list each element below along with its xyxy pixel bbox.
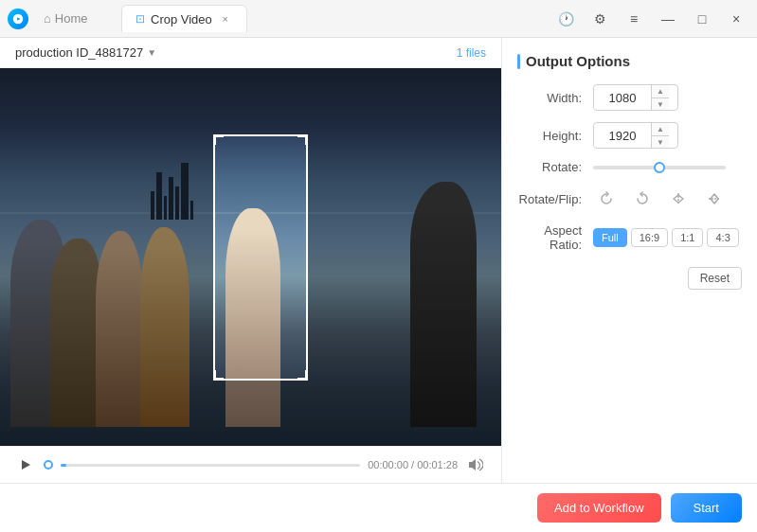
video-area bbox=[0, 68, 501, 446]
person-figure-5 bbox=[225, 208, 280, 427]
ar-11-btn[interactable]: 1:1 bbox=[672, 228, 703, 247]
left-panel: production ID_4881727 ▼ 1 files bbox=[0, 38, 502, 483]
progress-track[interactable] bbox=[61, 464, 360, 467]
play-button[interactable] bbox=[15, 454, 36, 475]
reset-row: Reset bbox=[517, 267, 742, 290]
video-header: production ID_4881727 ▼ 1 files bbox=[0, 38, 501, 68]
height-increment-btn[interactable]: ▲ bbox=[652, 123, 669, 135]
action-bar: Add to Workflow Start bbox=[0, 483, 757, 532]
production-id-text: production ID_4881727 bbox=[15, 45, 143, 60]
aspect-ratio-row: Aspect Ratio: Full 16:9 1:1 4:3 bbox=[517, 223, 742, 252]
production-id-selector[interactable]: production ID_4881727 ▼ bbox=[15, 45, 156, 60]
rotate-flip-icons bbox=[593, 186, 728, 212]
active-tab-label: Crop Video bbox=[151, 12, 212, 27]
person-figure-3 bbox=[96, 231, 143, 427]
width-spinners: ▲ ▼ bbox=[651, 85, 669, 110]
output-options-label: Output Options bbox=[526, 53, 630, 69]
dropdown-arrow-icon: ▼ bbox=[147, 47, 156, 58]
rotate-row: Rotate: bbox=[517, 160, 742, 174]
maximize-btn[interactable]: □ bbox=[689, 6, 715, 32]
tab-home[interactable]: ⌂ Home bbox=[32, 8, 99, 29]
home-icon: ⌂ bbox=[44, 11, 51, 26]
person-figure-4 bbox=[140, 227, 189, 427]
tab-crop-video[interactable]: ⊡ Crop Video × bbox=[121, 5, 247, 32]
menu-btn[interactable]: ≡ bbox=[621, 6, 647, 32]
height-label: Height: bbox=[517, 129, 593, 143]
add-to-workflow-button[interactable]: Add to Workflow bbox=[537, 493, 660, 523]
width-input[interactable] bbox=[594, 87, 651, 109]
window-close-btn[interactable]: × bbox=[723, 6, 749, 32]
rotate-thumb[interactable] bbox=[654, 162, 665, 173]
rotate-ccw-btn[interactable] bbox=[629, 186, 656, 212]
person-figure-6 bbox=[410, 182, 477, 427]
crop-icon: ⊡ bbox=[135, 12, 145, 26]
tab-close-btn[interactable]: × bbox=[218, 11, 233, 27]
ar-169-btn[interactable]: 16:9 bbox=[631, 228, 668, 247]
progress-dot bbox=[44, 460, 53, 470]
title-bar: ⌂ Home ⊡ Crop Video × 🕐 ⚙ ≡ — □ × bbox=[0, 0, 757, 38]
title-bar-controls: 🕐 ⚙ ≡ — □ × bbox=[552, 6, 749, 32]
files-count: 1 files bbox=[457, 46, 486, 60]
flip-horizontal-btn[interactable] bbox=[665, 186, 692, 212]
rotate-flip-label: Rotate/Flip: bbox=[517, 192, 593, 206]
title-bar-left: ⌂ Home bbox=[8, 8, 121, 29]
home-tab-label: Home bbox=[55, 11, 88, 26]
rotate-slider[interactable] bbox=[593, 166, 726, 169]
history-btn[interactable]: 🕐 bbox=[552, 6, 579, 32]
height-decrement-btn[interactable]: ▼ bbox=[652, 135, 669, 148]
start-button[interactable]: Start bbox=[671, 493, 742, 523]
flip-vertical-btn[interactable] bbox=[701, 186, 728, 212]
width-increment-btn[interactable]: ▲ bbox=[652, 85, 669, 98]
right-panel: Output Options Width: ▲ ▼ Height: ▲ ▼ bbox=[502, 38, 757, 483]
width-label: Width: bbox=[517, 91, 593, 105]
aspect-ratio-label: Aspect Ratio: bbox=[517, 223, 593, 252]
output-options-title: Output Options bbox=[517, 53, 742, 69]
width-row: Width: ▲ ▼ bbox=[517, 84, 742, 111]
ar-43-btn[interactable]: 4:3 bbox=[707, 228, 738, 247]
height-row: Height: ▲ ▼ bbox=[517, 122, 742, 149]
settings-btn[interactable]: ⚙ bbox=[586, 6, 613, 32]
rotate-slider-container bbox=[593, 166, 742, 169]
volume-button[interactable] bbox=[465, 454, 486, 475]
rotate-cw-btn[interactable] bbox=[593, 186, 620, 212]
playback-bar: 00:00:00 / 00:01:28 bbox=[0, 446, 501, 483]
height-input[interactable] bbox=[594, 125, 651, 147]
height-spinners: ▲ ▼ bbox=[651, 123, 669, 148]
app-logo bbox=[8, 9, 28, 29]
skyline bbox=[151, 163, 193, 220]
aspect-ratio-group: Full 16:9 1:1 4:3 bbox=[593, 228, 739, 247]
width-decrement-btn[interactable]: ▼ bbox=[652, 98, 669, 110]
reset-button[interactable]: Reset bbox=[688, 267, 742, 290]
person-figure-2 bbox=[50, 239, 102, 428]
width-input-group: ▲ ▼ bbox=[593, 84, 678, 111]
rotate-label: Rotate: bbox=[517, 160, 593, 174]
ar-full-btn[interactable]: Full bbox=[593, 228, 627, 247]
title-accent-bar bbox=[517, 54, 520, 69]
progress-fill bbox=[61, 464, 66, 467]
time-display: 00:00:00 / 00:01:28 bbox=[368, 459, 458, 470]
tabs-area: ⊡ Crop Video × bbox=[121, 5, 552, 32]
minimize-btn[interactable]: — bbox=[655, 6, 681, 32]
main-content: production ID_4881727 ▼ 1 files bbox=[0, 38, 757, 483]
height-input-group: ▲ ▼ bbox=[593, 122, 678, 149]
rotate-flip-row: Rotate/Flip: bbox=[517, 186, 742, 212]
